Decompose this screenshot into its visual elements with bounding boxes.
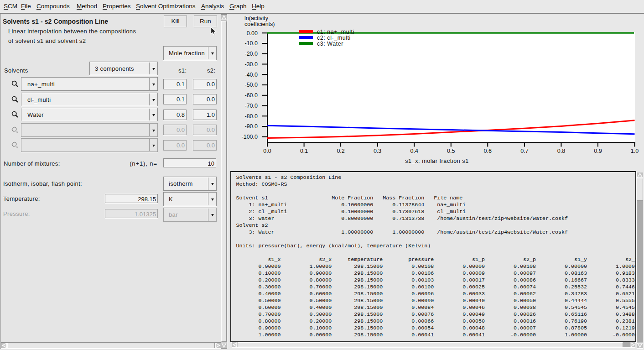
svg-text:c2: cl-_multi: c2: cl-_multi (317, 35, 351, 41)
svg-text:1.0: 1.0 (631, 148, 639, 154)
svg-text:0.2: 0.2 (337, 148, 344, 154)
svg-text:0.3: 0.3 (374, 148, 381, 154)
svg-text:-100.0: -100.0 (242, 134, 258, 140)
svg-text:0.00: 0.00 (247, 30, 258, 37)
svg-text:0.6: 0.6 (484, 148, 492, 154)
svg-text:s1_x: molar fraction s1: s1_x: molar fraction s1 (405, 158, 469, 164)
svg-text:-30.0: -30.0 (245, 61, 258, 68)
svg-text:0.5: 0.5 (447, 148, 455, 154)
svg-text:-90.0: -90.0 (245, 123, 258, 130)
svg-text:-50.0: -50.0 (245, 82, 258, 88)
svg-text:0.8: 0.8 (557, 148, 565, 154)
svg-text:c1: na+_multi: c1: na+_multi (317, 29, 354, 35)
svg-text:0.1: 0.1 (300, 148, 308, 154)
svg-text:-40.0: -40.0 (245, 72, 258, 78)
svg-text:-20.0: -20.0 (245, 51, 258, 57)
svg-text:-70.0: -70.0 (245, 103, 258, 109)
svg-text:-80.0: -80.0 (245, 113, 258, 120)
svg-text:ln(activity: ln(activity (244, 15, 269, 21)
svg-text:coefficients): coefficients) (244, 21, 275, 27)
svg-text:0.0: 0.0 (263, 148, 271, 154)
svg-text:0.7: 0.7 (520, 148, 528, 154)
svg-text:c3: Water: c3: Water (317, 41, 343, 47)
svg-text:0.4: 0.4 (410, 148, 418, 154)
svg-text:-60.0: -60.0 (245, 92, 258, 99)
svg-text:0.9: 0.9 (594, 148, 602, 154)
svg-text:-10.0: -10.0 (245, 40, 258, 47)
